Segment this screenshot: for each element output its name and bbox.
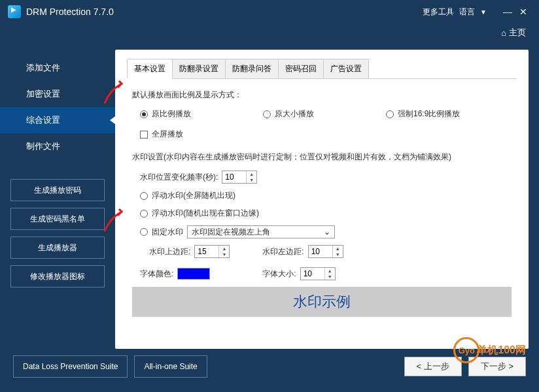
display-mode-label: 默认播放画面比例及显示方式： [132,90,512,101]
content-panel: 基本设置 防翻录设置 防翻录问答 密码召回 广告设置 默认播放画面比例及显示方式… [115,50,529,349]
home-icon: ⌂ [501,28,506,38]
sidebar-item-general[interactable]: 综合设置 [0,107,115,133]
top-margin-label: 水印上边距: [149,246,190,257]
aio-suite-button[interactable]: All-in-one Suite [134,355,207,378]
annotation-arrow-icon [103,80,130,105]
gen-password-button[interactable]: 生成播放密码 [10,179,105,201]
radio-original-size[interactable]: 原大小播放 [263,108,314,120]
top-margin-spinner[interactable]: ▲▼ [194,245,230,258]
site-watermark: Gyo 单机100网 [453,337,526,363]
tab-antirecord[interactable]: 防翻录设置 [172,59,226,78]
tab-ads[interactable]: 广告设置 [323,59,369,78]
left-margin-spinner[interactable]: ▲▼ [308,245,343,258]
sidebar-item-add-file[interactable]: 添加文件 [0,55,115,81]
modify-icon-button[interactable]: 修改播放器图标 [10,265,105,287]
watermark-preview: 水印示例 [132,287,512,317]
tabs: 基本设置 防翻录设置 防翻录问答 密码召回 广告设置 [127,59,517,79]
gen-blacklist-button[interactable]: 生成密码黑名单 [10,208,105,230]
app-logo-icon [8,5,21,18]
tab-password-recall[interactable]: 密码召回 [278,59,324,78]
freq-spinner[interactable]: ▲▼ [222,171,257,184]
fixed-position-select[interactable]: 水印固定在视频左上角⌄ [187,225,335,238]
radio-float-edge[interactable]: 浮动水印(随机出现在窗口边缘) [132,208,512,219]
font-size-spinner[interactable]: ▲▼ [300,267,336,280]
left-margin-label: 水印左边距: [262,246,304,257]
gen-player-button[interactable]: 生成播放器 [10,237,105,259]
sidebar-item-encrypt[interactable]: 加密设置 [0,81,115,107]
app-title: DRM Protection 7.7.0 [26,7,423,17]
breadcrumb-bar: ⌂ 主页 [0,24,539,42]
tab-antirecord-qa[interactable]: 防翻录问答 [225,59,279,78]
sidebar-item-build[interactable]: 制作文件 [0,133,115,159]
font-size-label: 字体大小: [262,269,296,280]
more-tools-link[interactable]: 更多工具 [423,7,454,18]
close-button[interactable]: ✕ [515,7,531,17]
chevron-down-icon: ⌄ [324,227,330,237]
radio-original-ratio[interactable]: 原比例播放 [140,108,191,120]
radio-float-full[interactable]: 浮动水印(全屏随机出现) [132,190,512,201]
checkbox-fullscreen[interactable]: 全屏播放 [132,129,512,140]
dlp-suite-button[interactable]: Data Loss Prevention Suite [13,355,128,378]
freq-label: 水印位置变化频率(秒): [140,172,218,183]
font-color-label: 字体颜色: [140,269,173,280]
annotation-arrow-icon [103,208,130,233]
watermark-label: 水印设置(水印内容在生成播放密码时进行定制；位置仅对视频和图片有效，文档为铺满效… [132,152,512,163]
tab-basic[interactable]: 基本设置 [127,59,173,79]
chevron-down-icon[interactable]: ▼ [480,8,487,16]
titlebar: DRM Protection 7.7.0 更多工具 语言 ▼ — ✕ [0,0,539,24]
radio-force-169[interactable]: 强制16:9比例播放 [386,108,460,120]
sidebar: 添加文件 加密设置 综合设置 制作文件 生成播放密码 生成密码黑名单 生成播放器… [0,42,115,349]
minimize-button[interactable]: — [500,7,515,17]
font-color-picker[interactable] [177,268,210,280]
language-link[interactable]: 语言 [459,7,475,18]
home-link[interactable]: 主页 [509,27,526,39]
radio-fixed[interactable]: 固定水印 [140,227,183,238]
